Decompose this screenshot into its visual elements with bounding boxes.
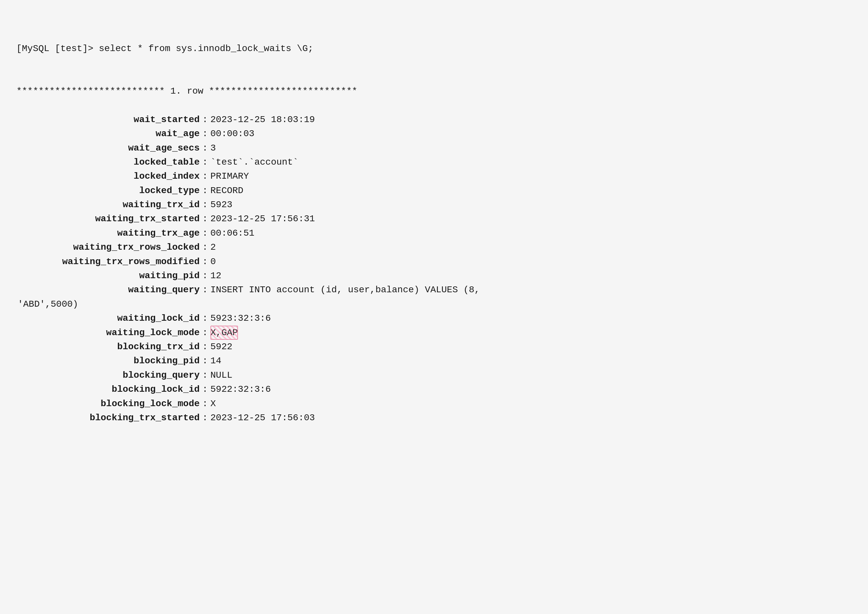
field-label: locked_table xyxy=(16,155,200,169)
table-row: wait_age:00:00:03 xyxy=(16,127,852,141)
field-separator: : xyxy=(202,141,208,155)
field-value: 2023-12-25 17:56:03 xyxy=(211,411,315,425)
field-label: blocking_pid xyxy=(16,354,200,368)
field-value: 5922 xyxy=(211,340,232,354)
field-separator: : xyxy=(202,382,208,396)
field-label: blocking_trx_id xyxy=(16,340,200,354)
field-separator: : xyxy=(202,340,208,354)
field-value: 00:06:51 xyxy=(211,226,254,240)
table-row: blocking_lock_mode:X xyxy=(16,397,852,411)
field-value: 5923:32:3:6 xyxy=(211,311,271,325)
field-separator: : xyxy=(202,269,208,283)
field-separator: : xyxy=(202,198,208,212)
field-label: blocking_trx_started xyxy=(16,411,200,425)
field-label: waiting_lock_mode xyxy=(16,326,200,340)
field-label: waiting_trx_rows_modified xyxy=(16,254,200,269)
field-separator: : xyxy=(202,155,208,169)
field-value: 2023-12-25 18:03:19 xyxy=(211,113,315,127)
field-label: blocking_query xyxy=(16,368,200,382)
field-separator: : xyxy=(202,254,208,269)
table-row: waiting_lock_mode:X,GAP xyxy=(16,326,852,340)
field-label: wait_started xyxy=(16,113,200,127)
field-value: 3 xyxy=(211,141,216,155)
table-row: waiting_lock_id:5923:32:3:6 xyxy=(16,311,852,325)
field-label: waiting_pid xyxy=(16,269,200,283)
field-label: waiting_trx_started xyxy=(16,212,200,226)
field-separator: : xyxy=(202,113,208,127)
field-separator: : xyxy=(202,226,208,240)
field-label: wait_age xyxy=(16,127,200,141)
field-separator: : xyxy=(202,184,208,198)
field-value: NULL xyxy=(211,368,232,382)
field-label: locked_type xyxy=(16,184,200,198)
field-value: 2023-12-25 17:56:31 xyxy=(211,212,315,226)
field-value: 0 xyxy=(211,254,216,269)
field-value: X,GAP xyxy=(211,326,238,340)
field-value: 00:00:03 xyxy=(211,127,254,141)
table-row: blocking_trx_id:5922 xyxy=(16,340,852,354)
field-label: waiting_trx_age xyxy=(16,226,200,240)
field-value: PRIMARY xyxy=(211,169,249,183)
field-separator: : xyxy=(202,368,208,382)
row-separator: *************************** 1. row *****… xyxy=(16,84,852,98)
field-label: waiting_query xyxy=(16,283,200,297)
table-row: wait_started:2023-12-25 18:03:19 xyxy=(16,113,852,127)
table-row: locked_type:RECORD xyxy=(16,184,852,198)
field-separator: : xyxy=(202,169,208,183)
table-row: waiting_trx_rows_locked:2 xyxy=(16,240,852,254)
field-separator: : xyxy=(202,311,208,325)
field-separator: : xyxy=(202,283,208,297)
field-value: INSERT INTO account (id, user,balance) V… xyxy=(211,283,480,297)
table-row: waiting_pid:12 xyxy=(16,269,852,283)
field-label: waiting_trx_id xyxy=(16,198,200,212)
field-value: 5922:32:3:6 xyxy=(211,382,271,396)
table-row: waiting_trx_id:5923 xyxy=(16,198,852,212)
table-row: blocking_trx_started:2023-12-25 17:56:03 xyxy=(16,411,852,425)
field-value: 5923 xyxy=(211,198,232,212)
field-label: waiting_lock_id xyxy=(16,311,200,325)
table-row: blocking_pid:14 xyxy=(16,354,852,368)
continuation-value: 'ABD',5000) xyxy=(18,297,78,311)
table-row: blocking_lock_id:5922:32:3:6 xyxy=(16,382,852,396)
table-row: waiting_trx_started:2023-12-25 17:56:31 xyxy=(16,212,852,226)
field-value: 2 xyxy=(211,240,216,254)
field-value: 14 xyxy=(211,354,222,368)
field-separator: : xyxy=(202,127,208,141)
field-label: blocking_lock_mode xyxy=(16,397,200,411)
table-row: locked_table:`test`.`account` xyxy=(16,155,852,169)
highlighted-value: X,GAP xyxy=(211,326,238,340)
table-row: wait_age_secs:3 xyxy=(16,141,852,155)
field-label: waiting_trx_rows_locked xyxy=(16,240,200,254)
field-value: X xyxy=(211,397,216,411)
table-row: 'ABD',5000) xyxy=(16,297,852,311)
table-row: locked_index:PRIMARY xyxy=(16,169,852,183)
field-separator: : xyxy=(202,240,208,254)
field-value: RECORD xyxy=(211,184,243,198)
field-label: wait_age_secs xyxy=(16,141,200,155)
data-rows: wait_started:2023-12-25 18:03:19wait_age… xyxy=(16,113,852,425)
table-row: waiting_trx_age:00:06:51 xyxy=(16,226,852,240)
table-row: waiting_trx_rows_modified:0 xyxy=(16,254,852,269)
terminal-output: [MySQL [test]> select * from sys.innodb_… xyxy=(16,13,852,113)
field-label: locked_index xyxy=(16,169,200,183)
field-separator: : xyxy=(202,411,208,425)
field-value: `test`.`account` xyxy=(211,155,299,169)
prompt-line: [MySQL [test]> select * from sys.innodb_… xyxy=(16,42,852,56)
field-value: 12 xyxy=(211,269,222,283)
field-separator: : xyxy=(202,354,208,368)
field-separator: : xyxy=(202,326,208,340)
field-label: blocking_lock_id xyxy=(16,382,200,396)
field-separator: : xyxy=(202,212,208,226)
field-separator: : xyxy=(202,397,208,411)
table-row: waiting_query:INSERT INTO account (id, u… xyxy=(16,283,852,297)
table-row: blocking_query:NULL xyxy=(16,368,852,382)
